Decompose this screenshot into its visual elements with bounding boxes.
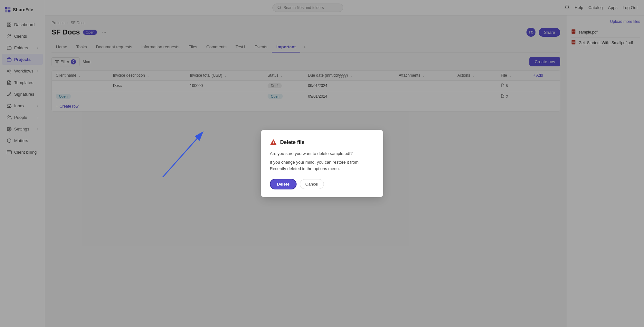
modal-message2: If you change your mind, you can restore…	[270, 159, 374, 173]
svg-point-30	[273, 143, 274, 144]
svg-line-32	[163, 139, 197, 177]
modal-overlay: Delete file Are you sure you want to del…	[0, 0, 644, 327]
modal-title: Delete file	[280, 139, 305, 145]
modal-title-row: Delete file	[270, 139, 374, 146]
modal-actions: Delete Cancel	[270, 179, 374, 189]
modal-body: Are you sure you want to delete sample.p…	[270, 150, 374, 172]
modal-message1: Are you sure you want to delete sample.p…	[270, 150, 374, 157]
delete-button[interactable]: Delete	[270, 179, 297, 189]
cancel-button[interactable]: Cancel	[300, 179, 324, 189]
delete-modal: Delete file Are you sure you want to del…	[261, 130, 383, 197]
warning-icon	[270, 139, 277, 146]
